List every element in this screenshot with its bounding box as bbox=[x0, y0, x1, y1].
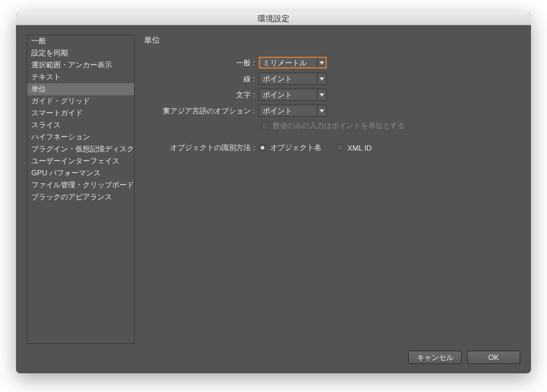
radio-object-name[interactable] bbox=[259, 144, 266, 151]
sidebar-item-general[interactable]: 一般 bbox=[27, 35, 134, 47]
sidebar-item-label: テキスト bbox=[31, 73, 61, 81]
dropdown-asian[interactable]: ポイント bbox=[259, 105, 327, 117]
sidebar-item-black[interactable]: ブラックのアピアランス bbox=[27, 191, 134, 203]
chevron-down-icon bbox=[317, 57, 326, 68]
sidebar-item-text[interactable]: テキスト bbox=[27, 71, 134, 83]
row-identify: オブジェクトの識別方法 : オブジェクト名 XML ID bbox=[144, 143, 520, 153]
window-body: 一般 設定を同期 選択範囲・アンカー表示 テキスト 単位 ガイド・グリッド スマ… bbox=[16, 25, 531, 351]
panel-title: 単位 bbox=[144, 35, 520, 46]
row-stroke: 線 : ポイント bbox=[144, 73, 520, 85]
sidebar-item-label: ハイフネーション bbox=[31, 133, 90, 141]
sidebar-item-sync[interactable]: 設定を同期 bbox=[27, 47, 134, 59]
sidebar-item-hyphenation[interactable]: ハイフネーション bbox=[27, 131, 134, 143]
sidebar-item-label: GPU パフォーマンス bbox=[31, 169, 101, 177]
sidebar-item-selection[interactable]: 選択範囲・アンカー表示 bbox=[27, 59, 134, 71]
dropdown-value: ポイント bbox=[263, 74, 292, 84]
chevron-down-icon bbox=[317, 89, 326, 100]
label-identify: オブジェクトの識別方法 : bbox=[144, 143, 255, 153]
label-type: 文字 : bbox=[144, 90, 255, 100]
sidebar-item-label: 設定を同期 bbox=[31, 49, 68, 57]
dropdown-stroke[interactable]: ポイント bbox=[259, 73, 327, 85]
sidebar-item-label: スマートガイド bbox=[31, 109, 83, 117]
sidebar-item-label: スライス bbox=[31, 121, 61, 129]
main-panel: 単位 一般 : ミリメートル 線 : ポイント bbox=[144, 35, 520, 344]
chevron-down-icon bbox=[317, 105, 326, 116]
preferences-window: 環境設定 一般 設定を同期 選択範囲・アンカー表示 テキスト 単位 ガイド・グリ… bbox=[16, 12, 531, 373]
label-stroke: 線 : bbox=[144, 74, 255, 84]
sidebar-item-slice[interactable]: スライス bbox=[27, 119, 134, 131]
sidebar-item-label: 一般 bbox=[31, 37, 46, 45]
sidebar-item-ui[interactable]: ユーザーインターフェイス bbox=[27, 155, 134, 167]
sidebar-item-label: 単位 bbox=[31, 85, 46, 93]
radio-xml-id-label: XML ID bbox=[348, 144, 372, 152]
dropdown-value: ポイント bbox=[263, 106, 292, 116]
checkbox-numeric-only[interactable] bbox=[261, 122, 269, 130]
footer: キャンセル OK bbox=[16, 351, 531, 373]
dropdown-general[interactable]: ミリメートル bbox=[259, 57, 327, 69]
radio-object-name-label: オブジェクト名 bbox=[270, 143, 322, 153]
checkbox-numeric-only-label: 数値のみの入力はポイントを単位とする bbox=[273, 121, 405, 131]
dropdown-value: ミリメートル bbox=[263, 58, 307, 68]
form-rows: 一般 : ミリメートル 線 : ポイント 文字 : bbox=[144, 57, 520, 117]
sidebar-item-label: 選択範囲・アンカー表示 bbox=[31, 61, 112, 69]
label-general: 一般 : bbox=[144, 58, 255, 68]
sidebar-item-smartguides[interactable]: スマートガイド bbox=[27, 107, 134, 119]
dropdown-value: ポイント bbox=[263, 90, 292, 100]
row-general: 一般 : ミリメートル bbox=[144, 57, 520, 69]
sidebar-item-label: プラグイン・仮想記憶ディスク bbox=[31, 145, 134, 153]
sidebar-item-label: ブラックのアピアランス bbox=[31, 193, 112, 201]
sidebar-item-file[interactable]: ファイル管理・クリップボード bbox=[27, 179, 134, 191]
window-title: 環境設定 bbox=[16, 12, 531, 25]
sidebar-item-label: ファイル管理・クリップボード bbox=[31, 181, 134, 189]
sidebar-item-units[interactable]: 単位 bbox=[27, 83, 134, 95]
dropdown-type[interactable]: ポイント bbox=[259, 89, 327, 101]
chevron-down-icon bbox=[317, 73, 326, 84]
ok-button[interactable]: OK bbox=[467, 351, 520, 364]
row-type: 文字 : ポイント bbox=[144, 89, 520, 101]
label-asian: 東アジア言語のオプション : bbox=[144, 106, 255, 116]
sidebar-item-label: ガイド・グリッド bbox=[31, 97, 90, 105]
row-asian: 東アジア言語のオプション : ポイント bbox=[144, 105, 520, 117]
radio-xml-id[interactable] bbox=[336, 144, 344, 151]
sidebar-item-plugins[interactable]: プラグイン・仮想記憶ディスク bbox=[27, 143, 134, 155]
sidebar: 一般 設定を同期 選択範囲・アンカー表示 テキスト 単位 ガイド・グリッド スマ… bbox=[27, 35, 135, 344]
sidebar-item-label: ユーザーインターフェイス bbox=[31, 157, 119, 165]
cancel-button[interactable]: キャンセル bbox=[408, 351, 462, 364]
checkbox-numeric-only-row: 数値のみの入力はポイントを単位とする bbox=[261, 121, 520, 131]
sidebar-item-guides[interactable]: ガイド・グリッド bbox=[27, 95, 134, 107]
sidebar-item-gpu[interactable]: GPU パフォーマンス bbox=[27, 167, 134, 179]
